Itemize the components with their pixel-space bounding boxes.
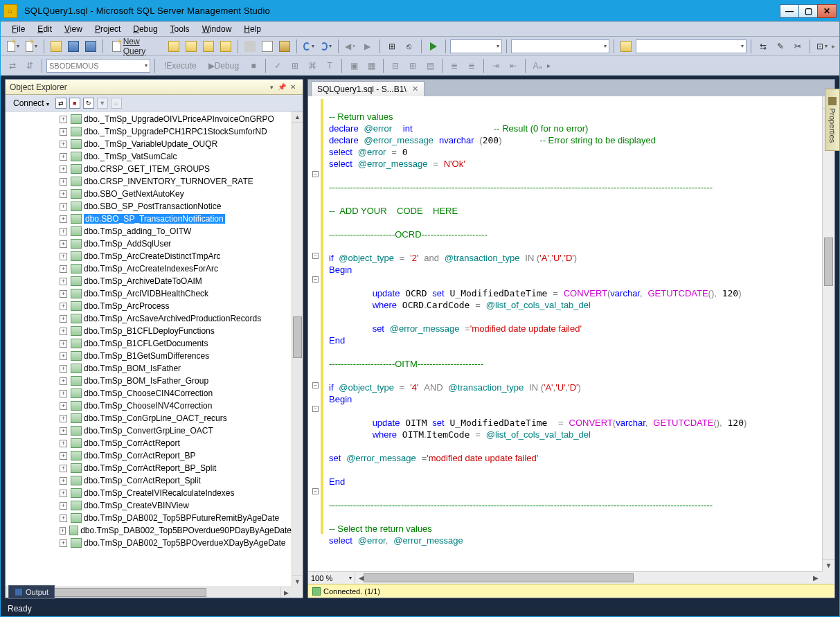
- query-options-button[interactable]: ⌘: [305, 58, 320, 73]
- expander-icon[interactable]: +: [60, 190, 67, 198]
- expander-icon[interactable]: +: [60, 352, 67, 360]
- intellisense-button[interactable]: T: [322, 58, 337, 73]
- connect-icon[interactable]: ⇄: [5, 58, 20, 73]
- expander-icon[interactable]: +: [60, 515, 67, 522]
- tree-node[interactable]: +dbo._TmSp_VatSumCalc: [6, 150, 292, 163]
- misc-3[interactable]: ✂: [790, 39, 805, 54]
- toolbox-button[interactable]: ⊞: [384, 39, 400, 54]
- save-all-button[interactable]: [83, 39, 98, 54]
- nav-back-button[interactable]: ◀: [343, 39, 358, 54]
- maximize-button[interactable]: ▢: [798, 4, 818, 18]
- results-text-button[interactable]: ⊟: [388, 58, 403, 73]
- tree-node[interactable]: +dbo.TmSp_ChooseINV4Correction: [6, 400, 292, 412]
- expander-icon[interactable]: +: [60, 527, 66, 535]
- expander-icon[interactable]: +: [60, 203, 67, 211]
- tree-node[interactable]: +dbo.TmSp_ChooseCIN4Correction: [6, 387, 292, 400]
- expander-icon[interactable]: +: [60, 390, 67, 397]
- expander-icon[interactable]: +: [60, 477, 67, 485]
- tree-node[interactable]: +dbo.TmSp_CorrActReport: [6, 437, 292, 449]
- expander-icon[interactable]: +: [60, 415, 67, 422]
- tree-node[interactable]: +dbo.TmSp_DAB002_Top5BPOverdue90PDayByAg…: [6, 524, 292, 537]
- find-combo[interactable]: ▾: [511, 39, 609, 53]
- expander-icon[interactable]: +: [60, 539, 67, 547]
- results-file-button[interactable]: ▤: [422, 58, 438, 73]
- tab-close-icon[interactable]: ✕: [412, 84, 418, 93]
- expander-icon[interactable]: +: [60, 377, 67, 385]
- expander-icon[interactable]: +: [60, 141, 67, 148]
- menu-edit[interactable]: Edit: [32, 23, 57, 35]
- misc-1[interactable]: ⇆: [756, 39, 771, 54]
- redo-button[interactable]: [319, 39, 334, 54]
- disconnect-icon[interactable]: ⇄: [55, 98, 66, 109]
- expander-icon[interactable]: +: [60, 315, 67, 323]
- copy-button[interactable]: [260, 39, 275, 54]
- menu-project[interactable]: Project: [89, 23, 126, 35]
- tree-node[interactable]: +dbo._TmSp_UpgradePCH1RPC1StockSumforND: [6, 125, 292, 138]
- expander-icon[interactable]: +: [60, 303, 67, 310]
- query-option-3[interactable]: [201, 39, 216, 54]
- debug-target-combo[interactable]: ▾: [450, 39, 502, 53]
- change-conn-icon[interactable]: ⇵: [22, 58, 37, 73]
- window-position-icon[interactable]: ▾: [270, 84, 274, 91]
- menu-debug[interactable]: Debug: [127, 23, 163, 35]
- editor-vertical-scrollbar[interactable]: ▲▼: [822, 96, 834, 571]
- server-combo[interactable]: ▾: [636, 39, 747, 53]
- tree-node[interactable]: +dbo.TmSp_CreateIVIRecalculateIndexes: [6, 487, 292, 499]
- expander-icon[interactable]: +: [60, 116, 67, 123]
- expander-icon[interactable]: +: [60, 440, 67, 447]
- expander-icon[interactable]: +: [60, 365, 67, 373]
- menu-file[interactable]: File: [6, 23, 30, 35]
- expander-icon[interactable]: +: [60, 290, 67, 298]
- start-button[interactable]: [426, 39, 441, 54]
- search-icon[interactable]: ⌕: [111, 98, 122, 109]
- close-button[interactable]: ✕: [817, 4, 837, 18]
- expander-icon[interactable]: +: [60, 128, 67, 136]
- tree-node[interactable]: +dbo.TmSp_ConGrpLine_OACT_recurs: [6, 412, 292, 424]
- tree-node[interactable]: +dbo.TmSp_ConvertGrpLine_OACT: [6, 424, 292, 437]
- panel-close-icon[interactable]: ✕: [287, 82, 298, 92]
- tree-node[interactable]: +dbo.CRSP_GET_ITEM_GROUPS: [6, 163, 292, 175]
- tree-node[interactable]: +dbo.TmSp_BOM_IsFather: [6, 362, 292, 375]
- indent-button[interactable]: ⇥: [488, 58, 503, 73]
- specify-values-button[interactable]: Aₐ: [530, 58, 545, 73]
- expander-icon[interactable]: +: [60, 178, 67, 186]
- tree-node[interactable]: +dbo._TmSp_UpgradeOIVLPriceAPInvoiceOnGR…: [6, 113, 292, 125]
- tree-node[interactable]: +dbo.TmSp_ArcCreateIndexesForArc: [6, 262, 292, 275]
- include-stats-button[interactable]: ▦: [364, 58, 379, 73]
- expander-icon[interactable]: +: [60, 265, 67, 273]
- cut-button[interactable]: [242, 39, 258, 54]
- parse-button[interactable]: ✓: [270, 58, 285, 73]
- tree-node[interactable]: +dbo.TmSp_CorrActReport_BP_Split: [6, 462, 292, 474]
- tree-node[interactable]: +dbo.TmSp_B1CFLDeployFunctions: [6, 325, 292, 337]
- database-combo[interactable]: SBODEMOUS▾: [46, 59, 150, 73]
- tree-node[interactable]: +dbo.TmSp_AddSqlUser: [6, 238, 292, 250]
- expander-icon[interactable]: +: [60, 465, 67, 472]
- estimated-plan-button[interactable]: ⊞: [287, 58, 303, 73]
- tree-node[interactable]: +dbo.CRSP_INVENTORY_TURNOVER_RATE: [6, 175, 292, 188]
- expander-icon[interactable]: +: [60, 240, 67, 248]
- tree-node[interactable]: +dbo.TmSp_ArcCreateDistinctTmpArc: [6, 250, 292, 262]
- expander-icon[interactable]: +: [60, 253, 67, 260]
- output-panel-button[interactable]: Output: [8, 585, 55, 599]
- tree-node[interactable]: +dbo.TmSp_ArchiveDateToOAIM: [6, 275, 292, 287]
- registered-servers-button[interactable]: [618, 39, 634, 54]
- expander-icon[interactable]: +: [60, 340, 67, 348]
- uncomment-button[interactable]: ≣: [464, 58, 479, 73]
- minimize-button[interactable]: —: [780, 4, 799, 18]
- properties-side-tab[interactable]: Properties: [825, 89, 840, 151]
- query-option-2[interactable]: [184, 39, 199, 54]
- new-query-button[interactable]: New Query: [107, 39, 164, 54]
- add-item-button[interactable]: [24, 39, 40, 54]
- expander-icon[interactable]: +: [60, 228, 67, 235]
- stop-icon[interactable]: ■: [69, 98, 80, 109]
- expander-icon[interactable]: +: [60, 490, 67, 497]
- open-button[interactable]: [48, 39, 64, 54]
- activity-button[interactable]: ⎋: [402, 39, 417, 54]
- tree-node[interactable]: +dbo.TmSp_adding_To_OITW: [6, 225, 292, 238]
- options-button[interactable]: ⊡: [814, 39, 830, 54]
- object-explorer-tree[interactable]: +dbo._TmSp_UpgradeOIVLPriceAPInvoiceOnGR…: [6, 111, 292, 587]
- comment-button[interactable]: ≣: [447, 58, 462, 73]
- misc-2[interactable]: ✎: [773, 39, 788, 54]
- menu-help[interactable]: Help: [238, 23, 267, 35]
- query-option-4[interactable]: [218, 39, 233, 54]
